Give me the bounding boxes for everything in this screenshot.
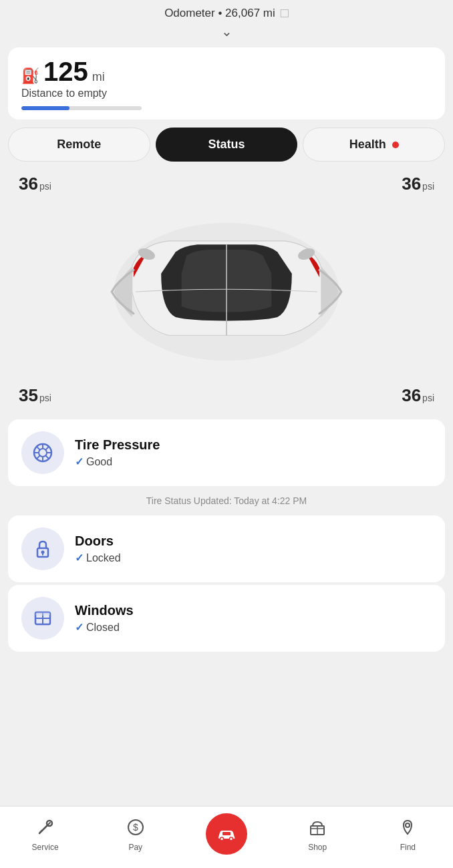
front-left-psi: 36 psi: [19, 174, 51, 194]
fuel-unit: mi: [92, 70, 105, 84]
windows-title: Windows: [75, 603, 134, 618]
status-list: Tire Pressure ✓ Good Tire Status Updated…: [0, 419, 453, 654]
doors-info: Doors ✓ Locked: [75, 533, 121, 564]
psi-row-bottom: 35 psi 36 psi: [8, 385, 445, 414]
nav-car-center[interactable]: [206, 813, 247, 857]
window-icon: [32, 608, 53, 629]
psi-unit-rr: psi: [422, 393, 434, 403]
windows-status: ✓ Closed: [75, 621, 134, 634]
svg-line-10: [37, 447, 39, 449]
fuel-bar-background: [21, 106, 142, 110]
front-right-psi: 36 psi: [402, 174, 434, 194]
rear-left-psi: 35 psi: [19, 385, 51, 406]
svg-line-24: [39, 831, 41, 833]
svg-point-28: [229, 837, 233, 841]
tire-icon: [32, 442, 53, 463]
fuel-label: Distance to empty: [21, 87, 432, 99]
dollar-icon: $: [127, 819, 144, 840]
svg-line-23: [47, 823, 50, 825]
health-notification-dot: [392, 142, 399, 148]
shop-icon: [309, 819, 326, 840]
nav-service[interactable]: Service: [25, 819, 65, 852]
bottom-nav: Service $ Pay: [0, 806, 453, 868]
svg-text:$: $: [133, 822, 138, 833]
car-image-container: [8, 198, 445, 385]
tire-pressure-status: ✓ Good: [75, 455, 160, 468]
doors-title: Doors: [75, 533, 121, 549]
svg-point-27: [220, 837, 223, 841]
tire-status-updated: Tire Status Updated: Today at 4:22 PM: [8, 489, 445, 515]
tire-pressure-info: Tire Pressure ✓ Good: [75, 437, 160, 468]
svg-rect-20: [35, 612, 50, 616]
fuel-bar-fill: [21, 106, 69, 110]
service-label: Service: [32, 843, 59, 852]
nav-find[interactable]: Find: [388, 819, 428, 852]
nav-pay[interactable]: $ Pay: [116, 819, 156, 852]
windows-info: Windows ✓ Closed: [75, 603, 134, 634]
svg-line-11: [46, 456, 49, 459]
doors-icon-circle: [21, 527, 64, 570]
svg-point-33: [406, 823, 410, 827]
tab-remote[interactable]: Remote: [8, 128, 150, 162]
wrench-icon: [37, 819, 54, 840]
psi-row-top: 36 psi 36 psi: [8, 170, 445, 198]
shop-label: Shop: [308, 843, 327, 852]
status-card-doors[interactable]: Doors ✓ Locked: [8, 515, 445, 582]
tab-status[interactable]: Status: [156, 128, 298, 162]
car-top-view: [73, 208, 380, 375]
status-card-tire-pressure[interactable]: Tire Pressure ✓ Good: [8, 419, 445, 486]
tab-health[interactable]: Health: [303, 128, 445, 162]
status-card-windows[interactable]: Windows ✓ Closed: [8, 585, 445, 652]
car-section: 36 psi 36 psi: [0, 162, 453, 419]
fuel-card: ⛽ 125 mi Distance to empty: [8, 47, 445, 120]
location-icon: [399, 819, 416, 840]
windows-check-icon: ✓: [75, 621, 84, 634]
windows-icon-circle: [21, 597, 64, 640]
fuel-miles: 125: [43, 58, 88, 85]
rear-right-psi: 36 psi: [402, 385, 434, 406]
nav-shop[interactable]: Shop: [297, 819, 337, 852]
lock-icon: [32, 538, 53, 560]
doors-status: ✓ Locked: [75, 552, 121, 564]
tire-pressure-title: Tire Pressure: [75, 437, 160, 453]
car-center-icon: [216, 823, 237, 845]
svg-rect-29: [222, 832, 231, 835]
odometer-text: Odometer • 26,067 mi: [164, 7, 275, 20]
top-bar: Odometer • 26,067 mi □ ⌄: [0, 0, 453, 42]
doors-check-icon: ✓: [75, 552, 84, 564]
psi-unit-fr: psi: [422, 181, 434, 192]
svg-line-13: [37, 456, 39, 459]
settings-icon[interactable]: □: [281, 5, 289, 21]
car-center-button[interactable]: [206, 813, 247, 855]
fuel-icon: ⛽: [21, 67, 39, 85]
svg-line-12: [46, 447, 49, 449]
tab-bar: Remote Status Health: [8, 128, 445, 162]
tire-pressure-check-icon: ✓: [75, 455, 84, 468]
tire-pressure-icon-circle: [21, 431, 64, 474]
chevron-down-icon[interactable]: ⌄: [221, 23, 233, 39]
pay-label: Pay: [128, 843, 142, 852]
psi-unit-fl: psi: [39, 181, 51, 192]
psi-unit-rl: psi: [39, 393, 51, 403]
find-label: Find: [400, 843, 416, 852]
